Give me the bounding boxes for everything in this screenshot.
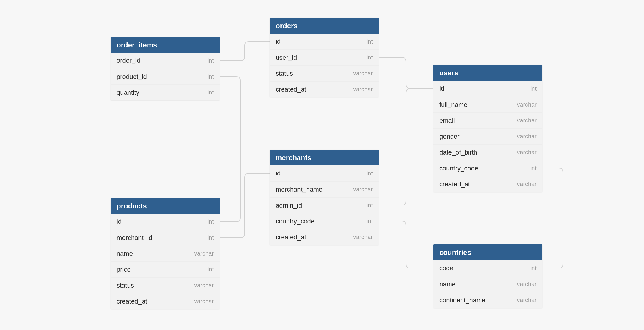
column-type: varchar <box>194 298 214 305</box>
column-type: int <box>208 218 214 225</box>
column-row[interactable]: namevarchar <box>433 276 542 292</box>
table-header[interactable]: countries <box>433 244 542 260</box>
column-type: int <box>367 202 373 209</box>
column-name: created_at <box>276 86 306 93</box>
table-header[interactable]: order_items <box>111 37 220 53</box>
column-row[interactable]: priceint <box>111 261 220 277</box>
column-row[interactable]: idint <box>111 214 220 230</box>
column-type: int <box>367 170 373 177</box>
table-header[interactable]: users <box>433 65 542 81</box>
column-type: varchar <box>517 101 537 108</box>
relation-connector <box>542 168 563 268</box>
diagram-canvas[interactable]: order_itemsorder_idintproduct_idintquant… <box>0 0 644 330</box>
column-name: status <box>276 70 293 77</box>
column-name: gender <box>439 133 460 140</box>
column-row[interactable]: gendervarchar <box>433 128 542 144</box>
column-row[interactable]: idint <box>270 165 379 181</box>
column-type: int <box>530 165 537 172</box>
column-row[interactable]: admin_idint <box>270 197 379 213</box>
column-row[interactable]: date_of_birthvarchar <box>433 144 542 160</box>
column-type: varchar <box>517 181 537 188</box>
column-row[interactable]: country_codeint <box>433 160 542 176</box>
column-name: code <box>439 264 453 272</box>
column-type: varchar <box>353 234 373 241</box>
table-products[interactable]: productsidintmerchant_idintnamevarcharpr… <box>111 198 220 309</box>
column-name: order_id <box>117 57 140 64</box>
column-name: created_at <box>439 180 470 188</box>
table-merchants[interactable]: merchantsidintmerchant_namevarcharadmin_… <box>270 150 379 245</box>
relation-connector <box>220 42 270 61</box>
column-row[interactable]: created_atvarchar <box>270 81 379 97</box>
column-type: varchar <box>194 282 214 289</box>
column-row[interactable]: quantityint <box>111 84 220 100</box>
column-name: id <box>117 218 122 225</box>
column-name: merchant_id <box>117 234 152 242</box>
table-orders[interactable]: ordersidintuser_idintstatusvarcharcreate… <box>270 18 379 97</box>
column-name: full_name <box>439 101 467 109</box>
column-type: varchar <box>353 186 373 193</box>
column-row[interactable]: created_atvarchar <box>433 176 542 192</box>
column-name: name <box>439 281 456 288</box>
column-type: int <box>530 85 537 92</box>
column-type: int <box>208 266 214 273</box>
column-row[interactable]: created_atvarchar <box>270 229 379 245</box>
table-order_items[interactable]: order_itemsorder_idintproduct_idintquant… <box>111 37 220 100</box>
column-row[interactable]: full_namevarchar <box>433 97 542 112</box>
column-row[interactable]: user_idint <box>270 49 379 65</box>
relation-connector <box>379 89 433 205</box>
table-header[interactable]: orders <box>270 18 379 34</box>
column-type: int <box>530 265 537 272</box>
column-row[interactable]: emailvarchar <box>433 112 542 128</box>
table-users[interactable]: usersidintfull_namevarcharemailvarcharge… <box>433 65 542 192</box>
column-type: varchar <box>517 297 537 304</box>
relation-connector <box>220 173 270 238</box>
column-row[interactable]: namevarchar <box>111 246 220 261</box>
column-row[interactable]: idint <box>270 34 379 49</box>
column-name: country_code <box>439 165 478 172</box>
column-type: varchar <box>517 281 537 288</box>
column-name: product_id <box>117 73 147 81</box>
column-row[interactable]: codeint <box>433 260 542 276</box>
column-row[interactable]: statusvarchar <box>111 277 220 293</box>
column-row[interactable]: merchant_idint <box>111 230 220 246</box>
table-countries[interactable]: countriescodeintnamevarcharcontinent_nam… <box>433 244 542 308</box>
column-name: price <box>117 266 131 273</box>
column-name: id <box>276 38 281 45</box>
column-name: admin_id <box>276 202 302 209</box>
relation-connector <box>220 77 240 222</box>
relation-connector <box>379 221 433 268</box>
column-name: continent_name <box>439 296 486 304</box>
column-name: id <box>276 170 281 177</box>
column-type: int <box>208 73 214 80</box>
column-name: created_at <box>276 233 306 241</box>
column-row[interactable]: statusvarchar <box>270 65 379 81</box>
column-type: varchar <box>517 133 537 140</box>
column-name: country_code <box>276 218 314 225</box>
column-name: quantity <box>117 89 139 97</box>
column-row[interactable]: country_codeint <box>270 213 379 229</box>
column-name: name <box>117 250 133 258</box>
column-row[interactable]: continent_namevarchar <box>433 292 542 308</box>
column-name: id <box>439 85 444 92</box>
table-header[interactable]: products <box>111 198 220 214</box>
column-type: varchar <box>517 149 537 156</box>
column-row[interactable]: product_idint <box>111 69 220 84</box>
column-row[interactable]: created_atvarchar <box>111 293 220 309</box>
table-header[interactable]: merchants <box>270 150 379 165</box>
column-name: status <box>117 282 134 289</box>
column-type: varchar <box>517 117 537 124</box>
column-type: int <box>367 54 373 61</box>
column-type: int <box>208 89 214 96</box>
column-type: varchar <box>353 70 373 77</box>
column-name: merchant_name <box>276 186 322 193</box>
column-name: date_of_birth <box>439 149 477 156</box>
column-name: created_at <box>117 298 147 305</box>
column-row[interactable]: merchant_namevarchar <box>270 181 379 197</box>
column-row[interactable]: order_idint <box>111 53 220 69</box>
column-row[interactable]: idint <box>433 81 542 97</box>
column-type: varchar <box>353 86 373 93</box>
column-type: int <box>367 38 373 45</box>
column-name: user_id <box>276 54 297 62</box>
column-type: varchar <box>194 250 214 257</box>
column-type: int <box>208 57 214 64</box>
